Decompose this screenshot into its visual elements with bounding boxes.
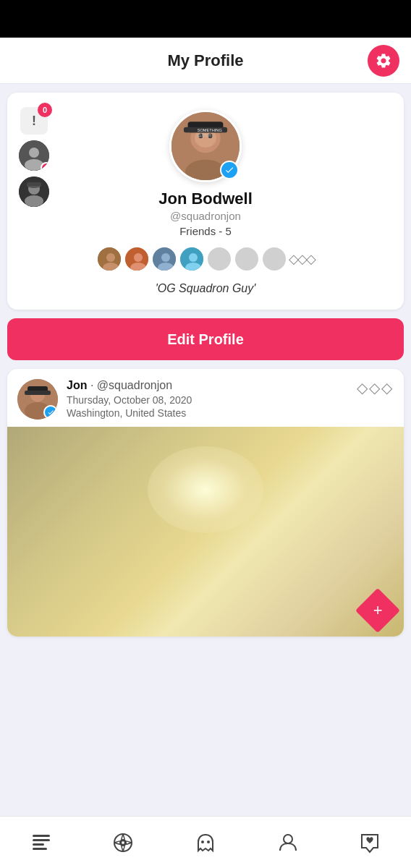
plus-icon: + — [373, 603, 383, 618]
favorites-icon — [359, 832, 381, 854]
post-card: Jon · @squadronjon Thursday, October 08,… — [7, 369, 404, 637]
friend-avatar-empty-3 — [261, 246, 287, 272]
notification-button[interactable]: ! 0 — [20, 107, 48, 135]
profile-name: Jon Bodwell — [158, 190, 253, 208]
svg-point-1 — [29, 148, 39, 158]
svg-point-19 — [106, 253, 115, 262]
friend-avatar-3[interactable] — [151, 246, 177, 272]
post-user-line: Jon · @squadronjon — [67, 379, 394, 392]
nav-profile[interactable] — [268, 826, 308, 859]
svg-rect-34 — [25, 391, 51, 395]
profile-card: ! 0 — [7, 93, 404, 310]
profile-bio: 'OG Squadron Guy' — [156, 282, 256, 295]
more-friends-dots[interactable]: ◇◇◇ — [289, 246, 315, 272]
nav-feed[interactable] — [22, 826, 61, 859]
settings-button[interactable] — [368, 45, 399, 77]
svg-point-5 — [25, 195, 43, 207]
post-date: Thursday, October 08, 2020 — [67, 394, 394, 406]
app-container: My Profile ! 0 — [0, 38, 411, 868]
svg-point-42 — [207, 841, 210, 843]
svg-rect-35 — [33, 835, 50, 837]
post-location: Washington, United States — [67, 407, 394, 419]
post-dot-separator: · — [90, 379, 97, 391]
svg-point-25 — [161, 253, 170, 262]
svg-point-28 — [189, 253, 198, 262]
verified-badge — [220, 161, 239, 179]
left-avatar-2[interactable] — [19, 176, 49, 207]
feed-icon — [30, 832, 52, 854]
friend-avatar-empty-2 — [234, 246, 260, 272]
profile-avatar-wrapper: SOMETHING CLUTCH — [169, 110, 242, 182]
svg-rect-7 — [27, 182, 41, 186]
top-black-bar — [0, 0, 411, 38]
edit-profile-button[interactable]: Edit Profile — [7, 318, 404, 360]
gear-icon — [375, 52, 392, 69]
profile-handle: @squadronjon — [170, 210, 241, 222]
friend-avatar-1[interactable] — [96, 246, 122, 272]
post-avatar[interactable] — [17, 379, 58, 420]
friends-row: ◇◇◇ — [96, 246, 315, 272]
svg-point-43 — [284, 835, 292, 843]
friend-4-icon — [180, 247, 205, 272]
notification-badge: 0 — [38, 103, 52, 117]
svg-text:CLUTCH: CLUTCH — [198, 134, 211, 137]
post-image: + — [7, 427, 404, 637]
checkmark-icon — [224, 165, 234, 175]
friend-1-icon — [98, 247, 122, 272]
svg-rect-36 — [33, 839, 50, 841]
user-silhouette-2-icon — [19, 176, 49, 207]
bottom-nav — [0, 816, 411, 868]
left-icons: ! 0 — [19, 107, 49, 207]
friend-avatar-empty-1 — [206, 246, 232, 272]
svg-rect-38 — [33, 848, 47, 850]
post-username: Jon — [67, 379, 87, 391]
svg-text:SOMETHING: SOMETHING — [198, 128, 222, 132]
post-handle: @squadronjon — [97, 379, 172, 391]
post-verified-badge — [43, 405, 58, 420]
nav-favorites[interactable] — [350, 826, 389, 859]
nav-discover[interactable] — [103, 826, 143, 859]
discover-icon — [112, 832, 134, 854]
profile-friends: Friends - 5 — [179, 225, 232, 237]
friend-2-icon — [125, 247, 150, 272]
friend-avatar-4[interactable] — [179, 246, 205, 272]
post-info: Jon · @squadronjon Thursday, October 08,… — [67, 379, 394, 419]
avatar-badge — [41, 162, 49, 171]
ghost-icon — [195, 832, 216, 854]
post-image-light-effect — [148, 446, 263, 533]
friend-3-icon — [153, 247, 177, 272]
post-more-button[interactable]: ◇◇◇ — [357, 379, 394, 396]
nav-ghost[interactable] — [186, 826, 225, 859]
post-checkmark-icon — [47, 409, 54, 416]
svg-point-39 — [114, 834, 132, 851]
profile-icon — [277, 832, 299, 854]
post-header: Jon · @squadronjon Thursday, October 08,… — [7, 369, 404, 427]
left-avatar-1[interactable] — [19, 140, 49, 171]
svg-rect-37 — [33, 843, 44, 846]
header: My Profile — [0, 38, 411, 84]
svg-point-41 — [201, 841, 204, 843]
friend-avatar-2[interactable] — [124, 246, 150, 272]
page-title: My Profile — [167, 51, 243, 70]
svg-point-22 — [134, 253, 143, 262]
add-post-button[interactable]: + — [355, 588, 400, 633]
